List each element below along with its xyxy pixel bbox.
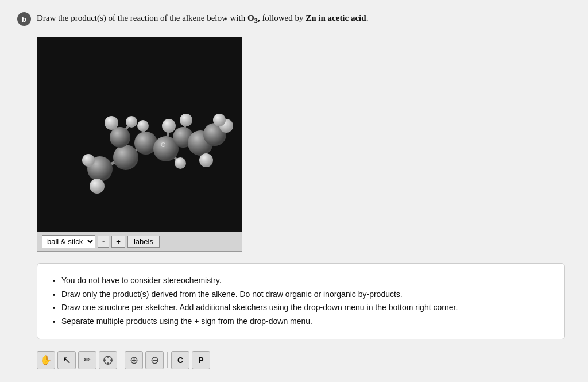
- instruction-item-4: Separate multiple products using the + s…: [61, 315, 552, 329]
- svg-point-34: [90, 179, 105, 194]
- page-container: b Draw the product(s) of the reaction of…: [17, 11, 571, 369]
- svg-point-24: [110, 127, 130, 148]
- arrow-tool-button[interactable]: ↖: [57, 351, 76, 369]
- molecule-viewer-container: C ball & stick wireframe stick spacefill…: [37, 37, 242, 252]
- instruction-item-2: Draw only the product(s) derived from th…: [61, 288, 552, 302]
- question-header: b Draw the product(s) of the reaction of…: [17, 11, 571, 26]
- instruction-item-3: Draw one structure per sketcher. Add add…: [61, 301, 552, 315]
- text-after: .: [366, 13, 369, 22]
- toolbar-separator-2: [167, 352, 168, 368]
- instructions-box: You do not have to consider stereochemis…: [37, 263, 565, 339]
- atom-tool-button[interactable]: [99, 351, 117, 369]
- zoom-in-button[interactable]: +: [111, 236, 125, 248]
- svg-point-26: [105, 116, 118, 130]
- hand-tool-button[interactable]: ✋: [37, 351, 55, 369]
- part-badge: b: [17, 12, 31, 26]
- svg-point-40: [107, 362, 109, 365]
- question-text: Draw the product(s) of the reaction of t…: [37, 11, 368, 26]
- labels-button[interactable]: labels: [127, 236, 160, 248]
- svg-point-18: [113, 145, 138, 170]
- molecule-canvas[interactable]: C: [37, 37, 242, 232]
- zoom-out-button[interactable]: -: [98, 236, 109, 248]
- instructions-list: You do not have to consider stereochemis…: [50, 274, 552, 329]
- svg-point-28: [137, 120, 149, 132]
- text-middle: followed by: [260, 13, 306, 22]
- svg-point-33: [82, 154, 95, 167]
- svg-point-29: [162, 119, 176, 133]
- instruction-item-1: You do not have to consider stereochemis…: [61, 274, 552, 288]
- toolbar-separator-1: [121, 352, 121, 368]
- svg-point-32: [199, 153, 213, 167]
- minus-circle-button[interactable]: ⊖: [145, 351, 164, 369]
- svg-point-41: [103, 359, 106, 361]
- reagent-o3: O3,: [247, 13, 260, 22]
- svg-point-36: [213, 114, 226, 126]
- svg-point-42: [110, 359, 113, 361]
- reagent-zn: Zn in acetic acid: [305, 13, 366, 22]
- svg-point-30: [175, 157, 186, 169]
- p-button[interactable]: P: [192, 351, 210, 369]
- molecule-controls: ball & stick wireframe stick spacefill -…: [37, 232, 242, 252]
- svg-point-39: [107, 356, 109, 358]
- svg-point-27: [126, 116, 137, 128]
- plus-circle-button[interactable]: ⊕: [125, 351, 143, 369]
- eraser-tool-button[interactable]: ✏: [78, 351, 96, 369]
- molecule-svg: C: [37, 37, 242, 232]
- svg-point-31: [180, 114, 192, 126]
- text-before: Draw the product(s) of the reaction of t…: [37, 13, 247, 22]
- view-mode-select[interactable]: ball & stick wireframe stick spacefill: [42, 235, 95, 248]
- svg-text:C: C: [161, 141, 165, 148]
- toolbar-row: ✋ ↖ ✏ ⊕ ⊖ C P: [37, 351, 571, 369]
- c-button[interactable]: C: [171, 351, 189, 369]
